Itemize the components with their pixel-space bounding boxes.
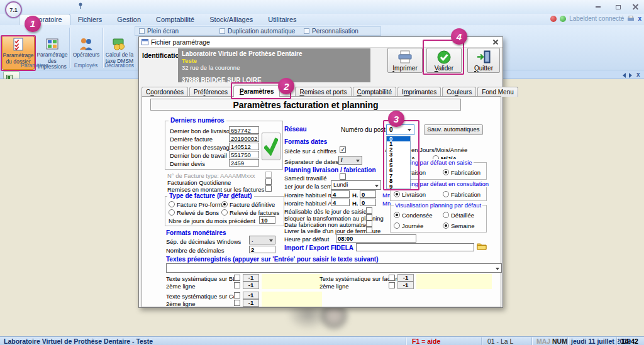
textes-combo[interactable] [166, 263, 502, 273]
date-fabrication-checkbox[interactable] [366, 221, 372, 227]
texte-cde2-num[interactable]: -1 [243, 299, 259, 307]
texte-facture-field[interactable] [416, 274, 492, 282]
formats-monetaires-title: Formats monétaires [166, 229, 226, 236]
siecle-4-chiffres-checkbox[interactable] [340, 146, 346, 153]
imprimer-button[interactable]: Imprimer [387, 48, 423, 73]
am-heure-field[interactable]: 4 [331, 199, 350, 206]
releve-factures-radio[interactable] [221, 209, 228, 216]
condensee-radio[interactable] [394, 212, 400, 218]
facture-type-checkbox[interactable] [265, 172, 272, 178]
mini-printer-icon[interactable] [627, 16, 635, 22]
maximize-button[interactable] [611, 3, 625, 11]
identification-label: Identification [142, 52, 183, 59]
tab-parametres[interactable]: Paramètres 2 [233, 85, 280, 97]
close-button[interactable] [629, 3, 641, 11]
chevron-down-icon [496, 268, 499, 270]
matin-minute-field[interactable]: 0 [360, 190, 376, 198]
dernier-travail-field[interactable]: 551750 [229, 151, 259, 158]
facturation-quotidienne-checkbox[interactable] [265, 178, 272, 185]
journee-radio[interactable] [394, 222, 400, 229]
texte-bl-field[interactable] [262, 274, 322, 282]
texte-cde-field[interactable] [262, 292, 322, 299]
app-logo-icon[interactable]: 7.1 [5, 1, 22, 18]
facture-proforma-radio[interactable] [169, 201, 175, 207]
fidela-path-field[interactable] [356, 243, 474, 251]
texte-bl-num[interactable]: -1 [243, 274, 259, 282]
ribbon-tab-comptabilite[interactable]: Comptabilité [148, 14, 202, 25]
texte-facture-num[interactable]: -1 [397, 274, 414, 282]
derniere-facture-field[interactable]: 20190002 [229, 134, 259, 142]
duplication-checkbox[interactable] [219, 28, 225, 34]
texte-bl-checkbox[interactable] [234, 275, 240, 281]
texte-bl2-checkbox[interactable] [234, 282, 240, 288]
saisie-fabrication-radio[interactable] [443, 169, 449, 175]
numero-poste-combo[interactable]: 0 [386, 124, 414, 135]
window-titlebar: 7.1 [0, 0, 644, 14]
am-minute-field[interactable]: 0 [360, 199, 376, 206]
texte-bl2-num[interactable]: -1 [243, 282, 259, 289]
panel-close-icon[interactable]: x [638, 15, 641, 22]
heure-defaut-field[interactable]: 08:00 [336, 234, 416, 243]
premier-jour-combo[interactable]: Lundi [331, 180, 381, 190]
separateur-decimales-combo[interactable]: . [249, 236, 275, 244]
texte-cde-checkbox[interactable] [234, 292, 240, 298]
tab-coordonnees[interactable]: Coordonnées [142, 87, 188, 97]
scroll-left-icon[interactable] [623, 73, 626, 78]
personnalisation-checkbox[interactable] [304, 28, 309, 34]
tab-fond-menu[interactable]: Fond Menu [477, 87, 518, 97]
livrer-veille-checkbox[interactable] [366, 227, 372, 233]
texte-cde2-field[interactable] [262, 299, 322, 307]
bloquer-transformation-checkbox[interactable] [366, 214, 372, 221]
validate-numbers-button[interactable] [262, 133, 280, 160]
callout-circle-3: 3 [388, 111, 404, 127]
texte-cde2-checkbox[interactable] [234, 300, 240, 306]
remises-montant-checkbox[interactable] [265, 185, 272, 192]
consultation-fabrication-radio[interactable] [443, 191, 449, 197]
valider-button[interactable]: Valider 4 [426, 48, 462, 73]
pin-icon[interactable] [78, 3, 83, 9]
online-icon[interactable] [560, 16, 566, 22]
texte-bl2-field[interactable] [262, 282, 322, 289]
plein-ecran-checkbox[interactable] [139, 28, 145, 34]
dernier-devis-field[interactable]: 2459 [229, 159, 259, 167]
sauvegarde-automatique-button[interactable]: Sauv. automatiques [424, 124, 483, 135]
poste-option[interactable]: 9 [387, 184, 410, 189]
texte-cde-num[interactable]: -1 [243, 292, 259, 299]
quitter-button[interactable]: Quitter [467, 48, 500, 73]
texte-facture2-num[interactable]: -1 [397, 282, 414, 289]
facture-definitive-radio[interactable] [221, 201, 228, 207]
chevron-down-icon [375, 185, 379, 187]
ribbon-tab-gestion[interactable]: Gestion [109, 14, 148, 25]
ribbon-tab-stock-alliages[interactable]: Stock/Alliages [202, 14, 260, 25]
close-document-icon[interactable]: x [636, 71, 640, 78]
tab-remises-et-ports[interactable]: Remises et ports [295, 87, 351, 97]
tab-couleurs[interactable]: Couleurs [442, 87, 476, 97]
dernier-essayage-field[interactable]: 140512 [229, 143, 259, 150]
texte-facture2-checkbox[interactable] [389, 282, 395, 288]
dialog-close-icon[interactable] [491, 38, 500, 47]
separateur-dates-combo[interactable]: / [338, 156, 362, 165]
realisable-checkbox[interactable] [366, 207, 372, 214]
dialog-titlebar[interactable]: Fichier paramétrage [139, 37, 502, 48]
power-icon[interactable] [550, 16, 557, 22]
tab-preferences[interactable]: Préférences [189, 87, 232, 97]
document-tab[interactable] [3, 71, 19, 79]
samedi-travaille-checkbox[interactable] [340, 173, 346, 180]
ribbon-tab-utilitaires[interactable]: Utilitaires [260, 14, 304, 25]
texte-facture2-field[interactable] [416, 282, 492, 289]
releve-bons-radio[interactable] [169, 209, 175, 216]
matin-heure-field[interactable]: 4 [331, 190, 350, 198]
minimize-button[interactable] [591, 3, 605, 11]
ribbon-tab-fichiers[interactable]: Fichiers [70, 14, 110, 25]
semaine-radio[interactable] [443, 222, 449, 229]
nombre-decimales-field[interactable]: 2 [249, 246, 275, 253]
tab-comptabilite[interactable]: Comptabilité [353, 87, 397, 97]
consultation-livraison-radio[interactable] [394, 191, 400, 197]
folder-icon[interactable] [477, 242, 487, 250]
texte-facture-checkbox[interactable] [389, 275, 395, 281]
tab-imprimantes[interactable]: Imprimantes [397, 87, 441, 97]
scroll-right-icon[interactable] [629, 73, 632, 78]
dernier-bl-field[interactable]: 657742 [229, 126, 259, 134]
detaillee-radio[interactable] [443, 212, 449, 218]
nbre-jours-field[interactable]: 10 [259, 216, 275, 224]
